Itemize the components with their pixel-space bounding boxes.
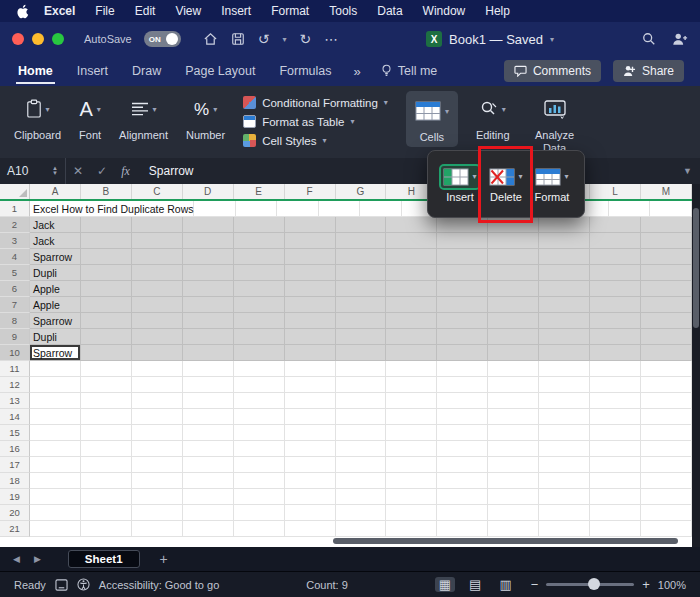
cell-J12[interactable] — [488, 377, 539, 393]
cell-C9[interactable] — [132, 329, 183, 345]
tab-overflow-icon[interactable]: » — [353, 64, 360, 79]
cell-B17[interactable] — [81, 457, 132, 473]
cell-L7[interactable] — [590, 297, 641, 313]
cell-A1[interactable]: Excel How to Find Duplicate Rows — [30, 201, 194, 217]
zoom-out-button[interactable]: − — [531, 577, 539, 592]
cell-J20[interactable] — [488, 505, 539, 521]
cell-F2[interactable] — [285, 217, 336, 233]
cell-E5[interactable] — [234, 265, 285, 281]
cell-G10[interactable] — [336, 345, 387, 361]
accessibility-status[interactable]: Accessibility: Good to go — [99, 579, 219, 591]
redo-icon[interactable]: ↻ — [299, 31, 311, 47]
cell-E20[interactable] — [234, 505, 285, 521]
cell-F7[interactable] — [285, 297, 336, 313]
cell-H6[interactable] — [386, 281, 437, 297]
cell-B7[interactable] — [81, 297, 132, 313]
cell-I21[interactable] — [437, 521, 488, 537]
cell-B14[interactable] — [81, 409, 132, 425]
cell-C17[interactable] — [132, 457, 183, 473]
cell-L12[interactable] — [590, 377, 641, 393]
sheet-tab-sheet1[interactable]: Sheet1 — [68, 550, 140, 568]
cell-H13[interactable] — [386, 393, 437, 409]
row-header-8[interactable]: 8 — [0, 313, 30, 329]
cell-B16[interactable] — [81, 441, 132, 457]
cell-F4[interactable] — [285, 249, 336, 265]
cell-C10[interactable] — [132, 345, 183, 361]
cell-C16[interactable] — [132, 441, 183, 457]
cell-I15[interactable] — [437, 425, 488, 441]
cell-K16[interactable] — [539, 441, 590, 457]
cell-styles-button[interactable]: Cell Styles ▾ — [243, 134, 388, 147]
horizontal-scrollbar[interactable] — [333, 538, 678, 544]
cell-E9[interactable] — [234, 329, 285, 345]
cell-J10[interactable] — [488, 345, 539, 361]
cell-I17[interactable] — [437, 457, 488, 473]
cell-L8[interactable] — [590, 313, 641, 329]
cell-G20[interactable] — [336, 505, 387, 521]
row-header-15[interactable]: 15 — [0, 425, 30, 441]
cell-M15[interactable] — [641, 425, 692, 441]
cell-G11[interactable] — [336, 361, 387, 377]
row-header-4[interactable]: 4 — [0, 249, 30, 265]
insert-function-icon[interactable]: fx — [114, 164, 137, 179]
cell-M18[interactable] — [641, 473, 692, 489]
menubar-item-view[interactable]: View — [165, 4, 211, 18]
cell-D13[interactable] — [183, 393, 234, 409]
save-icon[interactable] — [231, 32, 245, 46]
ribbon-group-analyze-data[interactable]: Analyze Data — [528, 91, 582, 154]
cell-I14[interactable] — [437, 409, 488, 425]
cell-M5[interactable] — [641, 265, 692, 281]
cell-L16[interactable] — [590, 441, 641, 457]
column-header-A[interactable]: A — [30, 184, 81, 199]
cell-I20[interactable] — [437, 505, 488, 521]
search-icon[interactable] — [642, 32, 656, 46]
cell-J18[interactable] — [488, 473, 539, 489]
cell-L15[interactable] — [590, 425, 641, 441]
cell-I3[interactable] — [437, 233, 488, 249]
cell-A8[interactable]: Sparrow — [30, 313, 81, 329]
ribbon-group-cells[interactable]: ▾ Cells — [406, 91, 458, 147]
cell-M16[interactable] — [641, 441, 692, 457]
menu-item-insert[interactable]: ▾ Insert — [437, 166, 483, 203]
row-header-19[interactable]: 19 — [0, 489, 30, 505]
cell-H12[interactable] — [386, 377, 437, 393]
cell-G17[interactable] — [336, 457, 387, 473]
cell-J6[interactable] — [488, 281, 539, 297]
cell-C3[interactable] — [132, 233, 183, 249]
cell-E1[interactable] — [319, 201, 360, 217]
cell-E8[interactable] — [234, 313, 285, 329]
zoom-level[interactable]: 100% — [658, 579, 686, 591]
cell-D12[interactable] — [183, 377, 234, 393]
cell-E11[interactable] — [234, 361, 285, 377]
menubar-item-data[interactable]: Data — [367, 4, 412, 18]
row-header-18[interactable]: 18 — [0, 473, 30, 489]
row-header-11[interactable]: 11 — [0, 361, 30, 377]
minimize-window-button[interactable] — [32, 33, 44, 45]
page-break-view-icon[interactable]: ▥ — [495, 577, 515, 592]
cell-H8[interactable] — [386, 313, 437, 329]
format-as-table-button[interactable]: Format as Table ▾ — [243, 115, 388, 128]
tab-draw[interactable]: Draw — [130, 58, 163, 84]
cell-D18[interactable] — [183, 473, 234, 489]
cell-E19[interactable] — [234, 489, 285, 505]
apple-logo-icon[interactable] — [10, 4, 34, 19]
cell-D14[interactable] — [183, 409, 234, 425]
cell-K17[interactable] — [539, 457, 590, 473]
close-window-button[interactable] — [12, 33, 24, 45]
cell-J21[interactable] — [488, 521, 539, 537]
cell-H10[interactable] — [386, 345, 437, 361]
cell-A20[interactable] — [30, 505, 81, 521]
cell-E14[interactable] — [234, 409, 285, 425]
menubar-item-tools[interactable]: Tools — [319, 4, 367, 18]
row-header-10[interactable]: 10 — [0, 345, 30, 361]
cell-K11[interactable] — [539, 361, 590, 377]
cell-H2[interactable] — [386, 217, 437, 233]
cell-C5[interactable] — [132, 265, 183, 281]
cell-M11[interactable] — [641, 361, 692, 377]
cell-K2[interactable] — [539, 217, 590, 233]
row-header-12[interactable]: 12 — [0, 377, 30, 393]
menubar-item-edit[interactable]: Edit — [125, 4, 166, 18]
cell-H5[interactable] — [386, 265, 437, 281]
cell-B15[interactable] — [81, 425, 132, 441]
cell-E15[interactable] — [234, 425, 285, 441]
